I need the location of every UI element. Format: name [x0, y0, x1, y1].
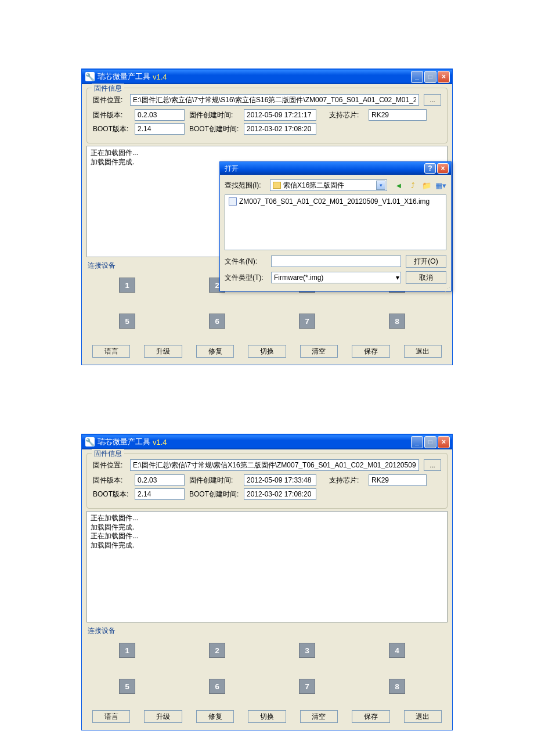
chip-label: 支持芯片:: [329, 110, 364, 120]
fwtime-label: 固件创建时间:: [189, 110, 239, 120]
back-icon[interactable]: ◄: [393, 179, 405, 191]
devices-legend: 连接设备: [88, 626, 448, 636]
device-slot-6[interactable]: 6: [209, 679, 225, 694]
window-version: v1.4: [153, 73, 167, 81]
device-slot-5[interactable]: 5: [119, 314, 135, 329]
devices-grid: 1 2 3 4 5 6 7 8: [86, 639, 448, 707]
minimize-button[interactable]: _: [411, 71, 423, 83]
close-button[interactable]: ×: [438, 71, 450, 83]
file-item-label: ZM007_T06_S01_A01_C02_M01_20120509_V1.01…: [239, 197, 430, 206]
log-output: 正在加载固件... 加载固件完成. 正在加载固件... 加载固件完成.: [86, 511, 448, 622]
views-icon[interactable]: ▦▾: [435, 179, 446, 191]
folder-icon: [273, 182, 281, 189]
dialog-help-button[interactable]: ?: [424, 163, 436, 174]
device-slot-8[interactable]: 8: [389, 679, 405, 694]
restore-button[interactable]: 修复: [196, 710, 234, 723]
fwtime-input[interactable]: [244, 474, 316, 486]
device-slot-1[interactable]: 1: [119, 643, 135, 658]
lookin-label: 查找范围(I):: [225, 181, 266, 190]
fwver-input[interactable]: [135, 474, 185, 486]
bootver-input[interactable]: [135, 123, 185, 135]
switch-button[interactable]: 切换: [248, 345, 286, 358]
filename-label: 文件名(N):: [225, 257, 266, 267]
chevron-down-icon[interactable]: ▾: [376, 181, 385, 190]
window-version: v1.4: [153, 438, 167, 447]
save-button[interactable]: 保存: [352, 345, 389, 358]
chip-input[interactable]: [369, 474, 427, 486]
firmware-info-legend: 固件信息: [92, 449, 124, 459]
firmware-info-group: 固件信息 固件位置: ... 固件版本: 固件创建时间: 支持芯片: BOOT版…: [86, 453, 448, 509]
chip-label: 支持芯片:: [329, 476, 364, 485]
exit-button[interactable]: 退出: [404, 710, 442, 723]
fwpath-input[interactable]: [130, 94, 419, 106]
boottime-input[interactable]: [244, 488, 316, 500]
filetype-combo[interactable]: Firmware(*.img) ▾: [271, 272, 401, 283]
window-title: 瑞芯微量产工具: [98, 71, 150, 82]
dialog-titlebar[interactable]: 打开 ? ×: [220, 162, 451, 175]
fwpath-label: 固件位置:: [93, 460, 130, 470]
lookin-value: 索信X16第二版固件: [283, 181, 376, 190]
resize-grip[interactable]: ⋰: [220, 287, 451, 291]
device-slot-4[interactable]: 4: [389, 643, 405, 658]
device-slot-2[interactable]: 2: [209, 643, 225, 658]
file-list[interactable]: ZM007_T06_S01_A01_C02_M01_20120509_V1.01…: [225, 195, 446, 250]
browse-button[interactable]: ...: [424, 459, 441, 471]
exit-button[interactable]: 退出: [404, 345, 442, 358]
lookin-combo[interactable]: 索信X16第二版固件 ▾: [270, 179, 387, 191]
boottime-input[interactable]: [244, 123, 316, 135]
restore-button[interactable]: 修复: [196, 345, 234, 358]
app-icon: 🔧: [85, 437, 95, 447]
file-item[interactable]: ZM007_T06_S01_A01_C02_M01_20120509_V1.01…: [229, 197, 442, 206]
bootver-input[interactable]: [135, 488, 185, 500]
firmware-info-legend: 固件信息: [92, 84, 124, 93]
device-slot-3[interactable]: 3: [299, 643, 315, 658]
fwpath-label: 固件位置:: [93, 95, 130, 105]
open-button[interactable]: 打开(O): [406, 255, 446, 268]
device-slot-1[interactable]: 1: [119, 278, 135, 293]
dialog-close-button[interactable]: ×: [437, 163, 449, 174]
device-slot-6[interactable]: 6: [209, 314, 225, 329]
cancel-button[interactable]: 取消: [406, 271, 446, 284]
dialog-title: 打开: [225, 164, 424, 174]
open-file-dialog: 打开 ? × 查找范围(I): 索信X16第二版固件 ▾ ◄ ⤴ 📁 ▦▾ ZM…: [219, 161, 452, 291]
action-button-row: 语言 升级 修复 切换 清空 保存 退出: [86, 707, 448, 723]
browse-button[interactable]: ...: [424, 94, 441, 106]
device-slot-7[interactable]: 7: [299, 679, 315, 694]
maximize-button: □: [424, 71, 436, 83]
new-folder-icon[interactable]: 📁: [421, 179, 432, 191]
filename-input[interactable]: [271, 255, 401, 267]
minimize-button[interactable]: _: [411, 436, 423, 448]
close-button[interactable]: ×: [438, 436, 450, 448]
language-button[interactable]: 语言: [92, 345, 130, 358]
upgrade-button[interactable]: 升级: [144, 710, 182, 723]
clear-button[interactable]: 清空: [300, 345, 338, 358]
bootver-label: BOOT版本:: [93, 489, 130, 499]
clear-button[interactable]: 清空: [300, 710, 338, 723]
bootver-label: BOOT版本:: [93, 124, 130, 134]
window-2: 🔧 瑞芯微量产工具 v1.4 _ □ × 固件信息 固件位置: ... 固件版本…: [81, 434, 453, 730]
language-button[interactable]: 语言: [92, 710, 130, 723]
app-icon: 🔧: [85, 72, 95, 81]
boottime-label: BOOT创建时间:: [189, 124, 239, 134]
device-slot-7[interactable]: 7: [299, 314, 315, 329]
fwver-input[interactable]: [135, 109, 185, 121]
filetype-value: Firmware(*.img): [274, 273, 396, 282]
fwver-label: 固件版本:: [93, 476, 130, 485]
action-button-row: 语言 升级 修复 切换 清空 保存 退出: [86, 341, 448, 358]
switch-button[interactable]: 切换: [248, 710, 286, 723]
save-button[interactable]: 保存: [352, 710, 389, 723]
up-icon[interactable]: ⤴: [407, 179, 418, 191]
titlebar[interactable]: 🔧 瑞芯微量产工具 v1.4 _ □ ×: [82, 69, 452, 84]
upgrade-button[interactable]: 升级: [144, 345, 182, 358]
device-slot-8[interactable]: 8: [389, 314, 405, 329]
firmware-info-group: 固件信息 固件位置: ... 固件版本: 固件创建时间: 支持芯片: BOOT版…: [86, 88, 448, 143]
chevron-down-icon[interactable]: ▾: [396, 273, 399, 282]
titlebar[interactable]: 🔧 瑞芯微量产工具 v1.4 _ □ ×: [82, 434, 452, 449]
fwver-label: 固件版本:: [93, 110, 130, 120]
boottime-label: BOOT创建时间:: [189, 489, 239, 499]
device-slot-5[interactable]: 5: [119, 679, 135, 694]
fwtime-label: 固件创建时间:: [189, 476, 239, 485]
chip-input[interactable]: [369, 109, 427, 121]
fwtime-input[interactable]: [244, 109, 316, 121]
fwpath-input[interactable]: [130, 459, 419, 471]
